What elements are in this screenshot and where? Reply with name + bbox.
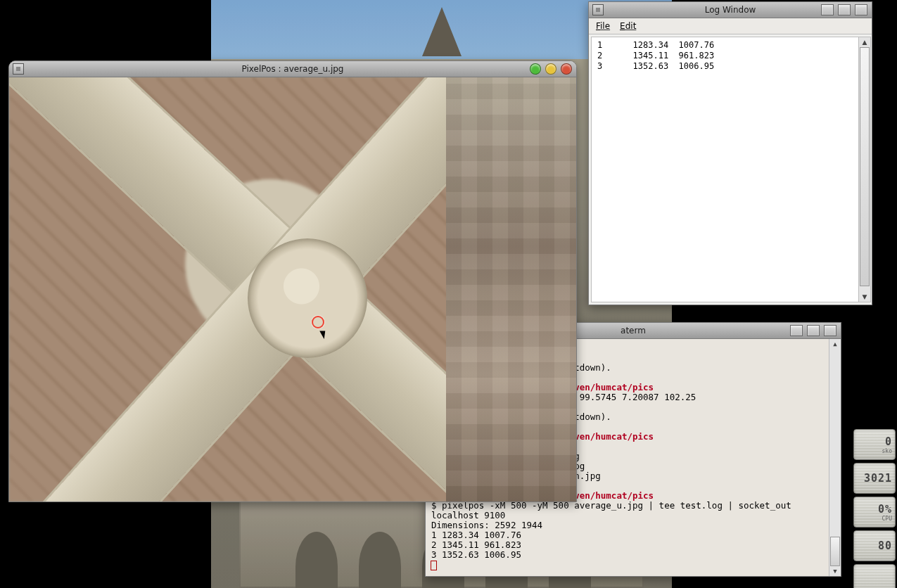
terminal-line: 1 1283.34 1007.76 (431, 530, 521, 540)
log-scrollbar[interactable]: ▲ ▼ (858, 37, 870, 302)
menu-file[interactable]: File (596, 21, 610, 31)
scroll-up-icon[interactable]: ▲ (829, 339, 841, 349)
terminal-line: 3 1352.63 1006.95 (431, 549, 521, 560)
scroll-thumb[interactable] (860, 47, 870, 286)
pixelpos-viewport[interactable] (9, 77, 576, 501)
scroll-thumb[interactable] (830, 537, 840, 566)
log-title: Log Window (589, 5, 872, 15)
pixelpos-window[interactable]: PixelPos : average_u.jpg (8, 60, 577, 502)
pixelpos-titlebar[interactable]: PixelPos : average_u.jpg (9, 61, 576, 77)
image-zoom-strip (446, 77, 576, 501)
monitor-panel: 3021 (853, 463, 896, 494)
monitor-panel: 0sko (853, 429, 896, 460)
system-monitors: 0sko30210%CPU80 (853, 429, 896, 588)
terminal-line: $ pixelpos -xM 500 -yM 500 average_u.jpg… (431, 500, 796, 520)
scroll-up-icon[interactable]: ▲ (859, 37, 870, 47)
terminal-line: Dimensions: 2592 1944 (431, 520, 542, 530)
monitor-value: 0 (885, 435, 892, 448)
pixelpos-title: PixelPos : average_u.jpg (9, 64, 576, 74)
log-window[interactable]: Log Window File Edit 1 1283.34 1007.76 2… (588, 1, 872, 305)
terminal-cursor (431, 561, 436, 570)
scroll-down-icon[interactable]: ▼ (859, 292, 870, 302)
monitor-panel (853, 564, 896, 588)
scroll-down-icon[interactable]: ▼ (829, 566, 841, 576)
monitor-label: sko (882, 448, 892, 454)
monitor-panel: 80 (853, 530, 896, 561)
image-content (248, 238, 367, 358)
aterm-scrollbar[interactable]: ▲ ▼ (829, 339, 841, 576)
monitor-panel: 0%CPU (853, 497, 896, 528)
monitor-value: 0% (878, 503, 892, 516)
log-text[interactable]: 1 1283.34 1007.76 2 1345.11 961.823 3 13… (592, 37, 858, 302)
monitor-label: CPU (882, 516, 892, 522)
monitor-value: 80 (878, 539, 892, 552)
terminal-line: 2 1345.11 961.823 (431, 539, 521, 550)
log-titlebar[interactable]: Log Window (589, 2, 872, 18)
log-menubar: File Edit (589, 18, 872, 34)
monitor-value: 3021 (864, 472, 892, 485)
menu-edit[interactable]: Edit (620, 21, 636, 31)
